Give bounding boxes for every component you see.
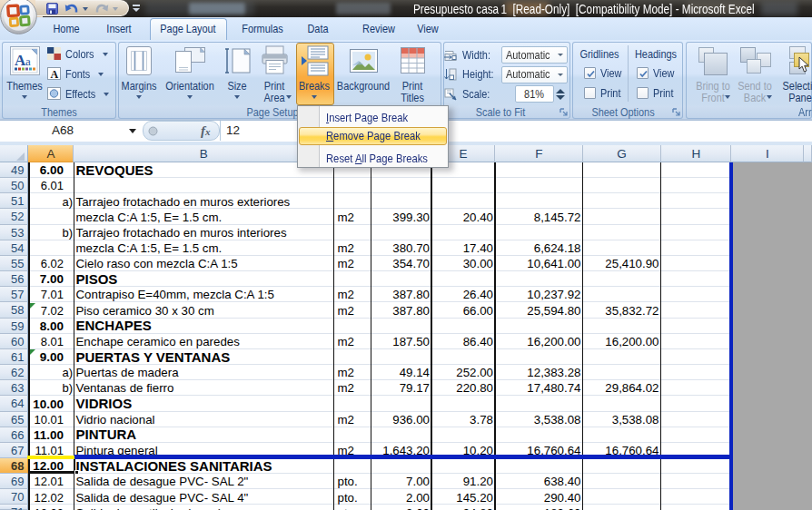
svg-text:A: A xyxy=(51,68,59,81)
svg-text:a: a xyxy=(25,54,31,68)
